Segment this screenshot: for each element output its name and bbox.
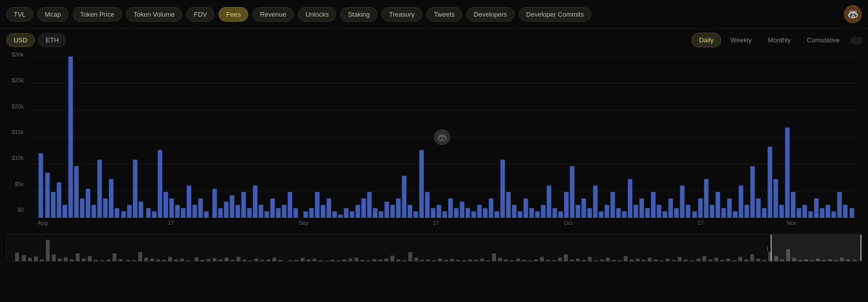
svg-rect-96 — [558, 258, 562, 261]
nav-btn-tvl[interactable]: TVL — [6, 7, 33, 22]
svg-rect-74 — [426, 260, 430, 261]
nav-btn-fdv[interactable]: FDV — [186, 7, 214, 22]
bar — [425, 192, 429, 218]
bar — [356, 205, 360, 218]
x-label: Nov — [787, 220, 797, 226]
y-axis: $30k$25k$20k$15k$10k$5k$0 — [0, 51, 28, 213]
bar — [680, 186, 684, 218]
svg-rect-27 — [138, 252, 142, 261]
embed-button[interactable] — [851, 37, 862, 44]
bar — [333, 211, 337, 218]
svg-rect-45 — [248, 260, 252, 261]
mini-chart-container[interactable]: | ||| — [6, 234, 862, 262]
svg-rect-77 — [444, 260, 448, 261]
bar — [146, 208, 151, 218]
svg-rect-52 — [295, 260, 299, 261]
nav-btn-token-price[interactable]: Token Price — [73, 7, 122, 22]
bar — [74, 166, 79, 218]
mini-chart-overlay[interactable]: | ||| — [771, 234, 861, 261]
bar — [837, 192, 842, 218]
bar — [431, 208, 436, 218]
svg-rect-20 — [94, 260, 98, 261]
nav-btn-developer-commits[interactable]: Developer Commits — [519, 7, 591, 22]
bar — [45, 172, 50, 218]
svg-rect-75 — [432, 260, 437, 261]
bar — [57, 183, 61, 218]
currency-btn-usd[interactable]: USD — [6, 33, 35, 47]
nav-btn-token-volume[interactable]: Token Volume — [126, 7, 183, 22]
svg-rect-59 — [337, 260, 341, 261]
bar — [716, 192, 720, 218]
svg-rect-124 — [726, 259, 730, 261]
currency-btn-eth[interactable]: ETH — [38, 33, 66, 47]
y-label: $0 — [0, 207, 24, 213]
svg-rect-24 — [119, 259, 123, 261]
svg-rect-34 — [180, 259, 184, 261]
controls-row: USDETH DailyWeeklyMonthlyCumulative — [0, 29, 868, 51]
nav-btn-revenue[interactable]: Revenue — [252, 7, 294, 22]
svg-rect-73 — [420, 260, 424, 261]
bar — [80, 199, 84, 218]
mini-handle-left: | — [767, 245, 769, 251]
nav-btn-staking[interactable]: Staking — [340, 7, 377, 22]
bar — [808, 211, 813, 218]
svg-rect-49 — [273, 258, 277, 261]
nav-btn-tweets[interactable]: Tweets — [426, 7, 462, 22]
bar — [241, 192, 246, 218]
svg-rect-51 — [289, 260, 293, 261]
bar — [38, 153, 43, 218]
svg-rect-115 — [672, 260, 676, 261]
bar — [236, 205, 240, 218]
chart-container: $30k$25k$20k$15k$10k$5k$0 🦝 — [0, 51, 868, 230]
nav-btn-unlocks[interactable]: Unlocks — [298, 7, 336, 22]
bar — [768, 147, 772, 218]
bar — [454, 208, 459, 218]
svg-rect-50 — [279, 260, 283, 261]
nav-btn-mcap[interactable]: Mcap — [37, 7, 69, 22]
y-label: $10k — [0, 155, 24, 161]
bar — [212, 189, 217, 218]
svg-rect-103 — [600, 260, 604, 261]
nav-btn-fees[interactable]: Fees — [219, 7, 248, 22]
svg-rect-79 — [456, 260, 460, 261]
bar — [385, 202, 389, 218]
svg-rect-72 — [414, 258, 418, 261]
avatar[interactable]: 🦝 — [844, 5, 862, 23]
svg-rect-109 — [636, 259, 640, 261]
time-btn-daily[interactable]: Daily — [691, 33, 721, 47]
bar — [599, 211, 604, 218]
avatar-icon: 🦝 — [847, 9, 858, 20]
time-btn-cumulative[interactable]: Cumulative — [800, 33, 847, 47]
time-btn-monthly[interactable]: Monthly — [761, 33, 798, 47]
top-nav: TVLMcapToken PriceToken VolumeFDVFeesRev… — [0, 0, 868, 29]
bar — [774, 179, 778, 218]
svg-rect-85 — [492, 254, 496, 261]
bar — [639, 199, 644, 218]
svg-rect-67 — [385, 259, 389, 261]
svg-rect-64 — [366, 260, 370, 261]
bar — [611, 192, 615, 218]
bar — [570, 166, 574, 218]
bar — [483, 208, 487, 218]
nav-btn-developers[interactable]: Developers — [466, 7, 515, 22]
bar — [710, 205, 714, 218]
svg-rect-12 — [46, 240, 50, 261]
svg-rect-126 — [738, 257, 742, 261]
x-label: Aug — [38, 220, 48, 226]
nav-btn-treasury[interactable]: Treasury — [382, 7, 422, 22]
svg-rect-104 — [606, 258, 610, 261]
svg-rect-70 — [402, 260, 406, 261]
svg-rect-111 — [648, 258, 652, 261]
bar — [843, 205, 847, 218]
svg-rect-129 — [756, 259, 761, 261]
bar — [756, 199, 761, 218]
time-btn-weekly[interactable]: Weekly — [723, 33, 758, 47]
y-label: $25k — [0, 77, 24, 83]
bar — [259, 205, 263, 218]
svg-rect-36 — [195, 257, 199, 261]
svg-rect-71 — [408, 252, 412, 261]
bar — [518, 211, 522, 218]
bar — [390, 205, 395, 218]
svg-rect-55 — [312, 259, 316, 261]
bar — [139, 202, 143, 218]
